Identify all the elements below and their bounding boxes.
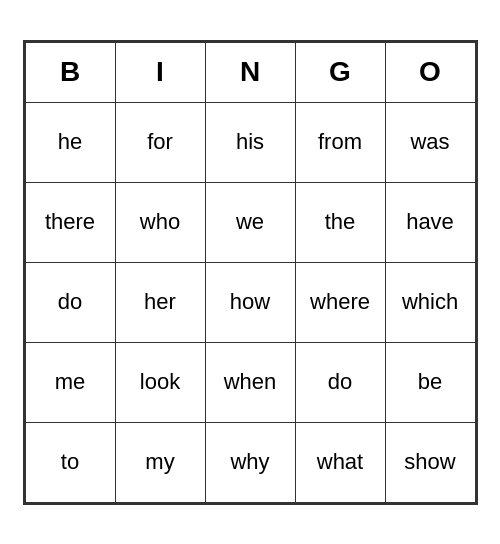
table-cell: be (385, 342, 475, 422)
table-cell: how (205, 262, 295, 342)
table-cell: the (295, 182, 385, 262)
table-cell: to (25, 422, 115, 502)
header-g: G (295, 42, 385, 102)
bingo-table: B I N G O heforhisfromwastherewhowetheha… (25, 42, 476, 503)
table-cell: look (115, 342, 205, 422)
header-i: I (115, 42, 205, 102)
table-cell: why (205, 422, 295, 502)
table-cell: was (385, 102, 475, 182)
table-row: therewhowethehave (25, 182, 475, 262)
table-row: doherhowwherewhich (25, 262, 475, 342)
table-cell: where (295, 262, 385, 342)
table-cell: my (115, 422, 205, 502)
table-cell: he (25, 102, 115, 182)
header-row: B I N G O (25, 42, 475, 102)
bingo-card: B I N G O heforhisfromwastherewhowetheha… (23, 40, 478, 505)
table-cell: his (205, 102, 295, 182)
table-row: melookwhendobe (25, 342, 475, 422)
bingo-body: heforhisfromwastherewhowethehavedoherhow… (25, 102, 475, 502)
table-cell: there (25, 182, 115, 262)
table-cell: show (385, 422, 475, 502)
header-b: B (25, 42, 115, 102)
table-cell: her (115, 262, 205, 342)
table-cell: who (115, 182, 205, 262)
header-n: N (205, 42, 295, 102)
table-cell: what (295, 422, 385, 502)
table-cell: have (385, 182, 475, 262)
table-row: tomywhywhatshow (25, 422, 475, 502)
table-cell: which (385, 262, 475, 342)
table-cell: when (205, 342, 295, 422)
table-cell: do (295, 342, 385, 422)
table-cell: for (115, 102, 205, 182)
table-cell: do (25, 262, 115, 342)
table-row: heforhisfromwas (25, 102, 475, 182)
table-cell: we (205, 182, 295, 262)
table-cell: me (25, 342, 115, 422)
header-o: O (385, 42, 475, 102)
table-cell: from (295, 102, 385, 182)
